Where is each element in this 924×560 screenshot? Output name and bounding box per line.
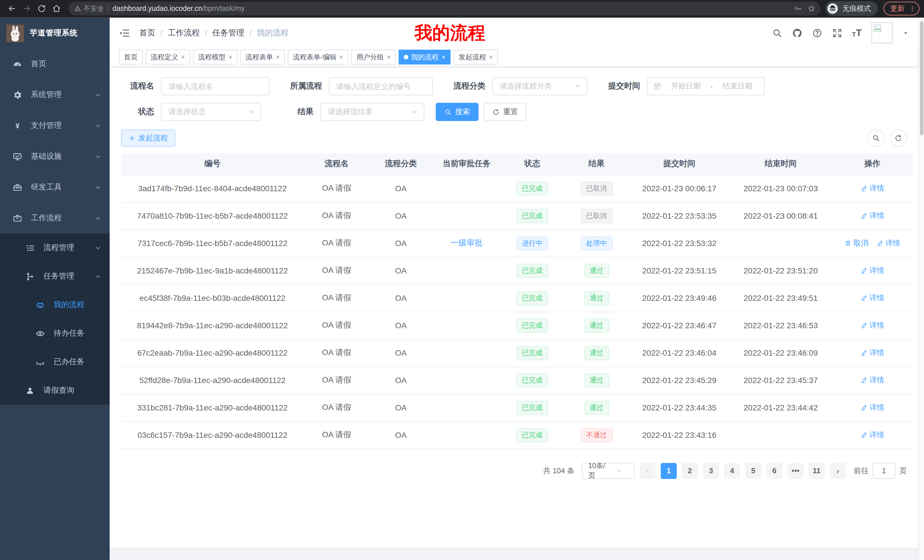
browser-scrollbar[interactable] bbox=[918, 18, 924, 560]
sidebar-item-任务管理[interactable]: 任务管理 bbox=[0, 262, 110, 290]
page-button-2[interactable]: 2 bbox=[682, 463, 698, 479]
detail-action-link[interactable]: 详情 bbox=[860, 403, 884, 413]
navbar: 首页 / 工作流程 / 任务管理 / 我的流程 我的流程 TT bbox=[110, 18, 918, 48]
result-select[interactable]: 请选择流结果 bbox=[320, 103, 424, 121]
end-date-placeholder[interactable]: 结束日期 bbox=[716, 81, 758, 91]
browser-back-icon[interactable] bbox=[4, 1, 20, 16]
page-button-11[interactable]: 11 bbox=[808, 463, 825, 479]
refresh-table-button[interactable] bbox=[890, 130, 907, 147]
detail-action-link[interactable]: 详情 bbox=[860, 211, 884, 221]
current-task-link[interactable]: 一级审批 bbox=[451, 238, 483, 247]
goto-page-input[interactable] bbox=[873, 463, 896, 479]
search-icon[interactable] bbox=[772, 28, 782, 38]
start-date-placeholder[interactable]: 开始日期 bbox=[665, 81, 707, 91]
cancel-action-link[interactable]: 取消 bbox=[844, 238, 868, 248]
status-select[interactable]: 请选择状态 bbox=[161, 103, 261, 121]
cell-current-task bbox=[432, 202, 501, 229]
user-icon bbox=[25, 386, 35, 395]
page-size-select[interactable]: 10条/页 bbox=[582, 463, 634, 479]
sidebar-item-流程管理[interactable]: 流程管理 bbox=[0, 234, 110, 262]
close-tab-icon[interactable]: × bbox=[387, 54, 391, 60]
sidebar-item-基础设施[interactable]: 基础设施 bbox=[0, 141, 110, 172]
page-ellipsis-button[interactable]: ••• bbox=[788, 463, 804, 479]
tab-发起流程[interactable]: 发起流程× bbox=[453, 49, 498, 64]
breadcrumb-item[interactable]: 任务管理 bbox=[213, 28, 244, 38]
browser-forward-icon[interactable] bbox=[20, 1, 34, 16]
close-tab-icon[interactable]: × bbox=[181, 54, 185, 60]
tab-流程定义[interactable]: 流程定义× bbox=[146, 49, 190, 64]
close-tab-icon[interactable]: × bbox=[489, 54, 493, 60]
detail-action-link[interactable]: 详情 bbox=[860, 375, 884, 385]
cell-id: 819442e8-7b9a-11ec-a290-acde48001122 bbox=[121, 312, 304, 339]
tab-流程表单[interactable]: 流程表单× bbox=[240, 49, 285, 64]
page-button-5[interactable]: 5 bbox=[745, 463, 761, 479]
toggle-search-button[interactable] bbox=[867, 130, 885, 147]
goto-suffix: 页 bbox=[900, 466, 907, 476]
sidebar-item-支付管理[interactable]: ¥支付管理 bbox=[0, 110, 110, 141]
sidebar-item-已办任务[interactable]: 已办任务 bbox=[0, 347, 110, 376]
tab-用户分组[interactable]: 用户分组× bbox=[351, 49, 396, 64]
detail-action-link[interactable]: 详情 bbox=[860, 265, 884, 276]
next-page-button[interactable]: › bbox=[830, 463, 846, 479]
help-icon[interactable] bbox=[812, 28, 822, 38]
scrollbar-thumb[interactable] bbox=[920, 21, 923, 135]
avatar[interactable] bbox=[872, 22, 892, 43]
reset-button[interactable]: 重置 bbox=[484, 103, 526, 121]
app-logo-row[interactable]: 芋道管理系统 bbox=[0, 18, 110, 48]
detail-action-link[interactable]: 详情 bbox=[860, 320, 884, 331]
status-badge: 已完成 bbox=[516, 428, 548, 442]
detail-action-link[interactable]: 详情 bbox=[860, 183, 884, 193]
address-bar[interactable]: 不安全 dashboard.yudao.iocoder.cn /bpm/task… bbox=[69, 2, 820, 15]
sidebar-item-首页[interactable]: 首页 bbox=[0, 48, 110, 79]
page-button-6[interactable]: 6 bbox=[766, 463, 782, 479]
browser-reload-icon[interactable] bbox=[34, 1, 49, 16]
sidebar-item-工作流程[interactable]: 工作流程 bbox=[0, 203, 110, 234]
tab-流程模型[interactable]: 流程模型× bbox=[193, 49, 238, 64]
breadcrumb-item[interactable]: 工作流程 bbox=[168, 28, 200, 38]
prev-page-button[interactable]: ‹ bbox=[640, 463, 656, 479]
tab-我的流程[interactable]: 我的流程× bbox=[399, 49, 451, 64]
browser-home-icon[interactable] bbox=[49, 1, 64, 16]
github-icon[interactable] bbox=[792, 28, 802, 38]
browser-menu-dots-icon[interactable] bbox=[909, 5, 916, 12]
process-id-input[interactable] bbox=[329, 77, 433, 95]
sidebar-item-请假查询[interactable]: 请假查询 bbox=[0, 376, 110, 405]
sidebar-collapse-icon[interactable] bbox=[119, 27, 130, 39]
avatar-caret-down-icon[interactable] bbox=[902, 29, 909, 36]
bookmark-star-icon[interactable] bbox=[805, 2, 818, 15]
tab-首页[interactable]: 首页 bbox=[119, 49, 143, 64]
detail-action-link[interactable]: 详情 bbox=[860, 347, 884, 358]
category-select[interactable]: 请选择流程分类 bbox=[492, 77, 588, 95]
close-tab-icon[interactable]: × bbox=[441, 54, 446, 60]
breadcrumb-item[interactable]: 首页 bbox=[140, 28, 155, 38]
close-tab-icon[interactable]: × bbox=[228, 54, 232, 60]
font-size-icon[interactable]: TT bbox=[852, 28, 862, 38]
close-tab-icon[interactable]: × bbox=[339, 54, 343, 60]
password-key-icon[interactable] bbox=[791, 2, 805, 15]
page-button-1[interactable]: 1 bbox=[661, 463, 677, 479]
process-name-input[interactable] bbox=[161, 77, 270, 95]
cell-process-name: OA 请假 bbox=[304, 394, 369, 421]
search-button[interactable]: 搜索 bbox=[436, 103, 478, 121]
fullscreen-icon[interactable] bbox=[832, 28, 842, 38]
detail-action-link[interactable]: 详情 bbox=[860, 430, 884, 440]
page-button-4[interactable]: 4 bbox=[724, 463, 740, 479]
submit-time-range[interactable]: 开始日期 - 结束日期 bbox=[647, 77, 765, 95]
sidebar-item-我的流程[interactable]: 我的流程 bbox=[0, 290, 110, 319]
search-icon bbox=[444, 108, 452, 115]
page-button-3[interactable]: 3 bbox=[703, 463, 719, 479]
sidebar-item-研发工具[interactable]: 研发工具 bbox=[0, 172, 110, 203]
detail-action-link[interactable]: 详情 bbox=[860, 293, 884, 303]
cell-actions: 详情 bbox=[832, 367, 913, 394]
browser-update-button[interactable]: 更新 bbox=[884, 2, 920, 15]
cell-submit-time: 2022-01-22 23:53:35 bbox=[629, 202, 729, 229]
not-secure-icon[interactable] bbox=[74, 5, 81, 12]
detail-action-link[interactable]: 详情 bbox=[876, 238, 900, 248]
table-row: 67c2eaab-7b9a-11ec-a290-acde48001122OA 请… bbox=[121, 339, 913, 367]
tab-流程表单-编辑[interactable]: 流程表单-编辑× bbox=[288, 49, 348, 64]
create-process-button[interactable]: 发起流程 bbox=[121, 130, 176, 147]
filter-label-status: 状态 bbox=[121, 107, 154, 117]
close-tab-icon[interactable]: × bbox=[276, 54, 280, 60]
sidebar-item-待办任务[interactable]: 待办任务 bbox=[0, 319, 110, 347]
sidebar-item-系统管理[interactable]: 系统管理 bbox=[0, 79, 110, 110]
